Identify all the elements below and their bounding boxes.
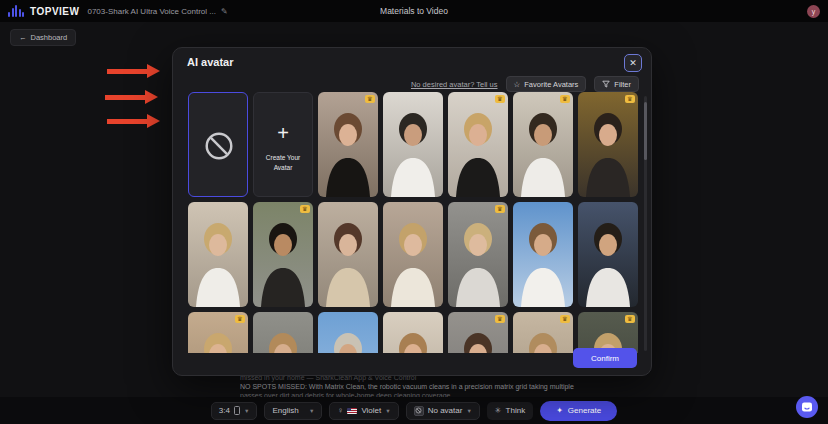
avatar-tile[interactable]: ♛	[253, 202, 313, 307]
ai-avatar-modal: AI avatar ✕ No desired avatar? Tell us ☆…	[172, 47, 652, 376]
confirm-button[interactable]: Confirm	[573, 348, 637, 368]
avatar-grid-viewport: +Create Your Avatar♛♛♛♛♛♛♛♛♛♛	[188, 92, 638, 353]
think-button[interactable]: ✳ Think	[487, 402, 533, 420]
chat-bubble-icon	[801, 401, 813, 413]
dashboard-label: Dashboard	[31, 33, 68, 42]
premium-crown-icon: ♛	[625, 315, 635, 323]
voice-select[interactable]: ♀ Violet ▼	[329, 402, 398, 420]
aspect-ratio-select[interactable]: 3:4 ▼	[211, 402, 258, 420]
avatar-tile[interactable]	[513, 202, 573, 307]
avatar-tile[interactable]	[188, 202, 248, 307]
language-select[interactable]: English ▼	[264, 402, 322, 420]
avatar-select[interactable]: No avatar ▼	[406, 402, 480, 420]
premium-crown-icon: ♛	[495, 95, 505, 103]
premium-crown-icon: ♛	[560, 95, 570, 103]
portrait-ratio-icon	[234, 406, 240, 415]
person-photo	[578, 202, 638, 307]
person-photo	[383, 202, 443, 307]
plus-icon: +	[254, 123, 312, 143]
create-avatar-tile[interactable]: +Create Your Avatar	[253, 92, 313, 197]
composer-bar: 3:4 ▼ English ▼ ♀ Violet ▼ No avatar ▼ ✳…	[0, 397, 828, 424]
close-icon: ✕	[629, 58, 637, 68]
premium-crown-icon: ♛	[495, 205, 505, 213]
person-photo	[383, 312, 443, 353]
favorite-avatars-button[interactable]: ☆ Favorite Avatars	[506, 76, 587, 92]
premium-crown-icon: ♛	[625, 95, 635, 103]
avatar-tile[interactable]	[253, 312, 313, 353]
person-photo	[578, 92, 638, 197]
avatar-value: No avatar	[428, 406, 463, 415]
chevron-down-icon: ▼	[309, 408, 314, 414]
person-photo	[383, 92, 443, 197]
avatar-tile[interactable]: ♛	[448, 202, 508, 307]
top-bar: TOPVIEW 0703-Shark AI Ultra Voice Contro…	[0, 0, 828, 22]
person-photo	[253, 202, 313, 307]
avatar-tile[interactable]: ♛	[448, 312, 508, 353]
chevron-down-icon: ▼	[466, 408, 471, 414]
avatar-tile[interactable]: ♛	[578, 92, 638, 197]
person-photo	[188, 202, 248, 307]
generate-button[interactable]: ✦ Generate	[540, 401, 617, 421]
avatar-tile[interactable]	[578, 202, 638, 307]
person-photo	[318, 312, 378, 353]
no-avatar-tile[interactable]	[188, 92, 248, 197]
chat-launcher-button[interactable]	[796, 396, 818, 418]
sparkle-icon: ✦	[556, 406, 563, 415]
avatar-tile[interactable]	[383, 312, 443, 353]
female-icon: ♀	[337, 406, 343, 415]
modal-title: AI avatar	[187, 56, 233, 68]
premium-crown-icon: ♛	[300, 205, 310, 213]
app: TOPVIEW 0703-Shark AI Ultra Voice Contro…	[0, 0, 828, 424]
modal-scrollbar-track[interactable]	[644, 96, 647, 351]
avatar-grid: +Create Your Avatar♛♛♛♛♛♛♛♛♛♛	[188, 92, 638, 353]
person-photo	[448, 202, 508, 307]
chevron-down-icon: ▼	[244, 408, 249, 414]
premium-crown-icon: ♛	[365, 95, 375, 103]
person-photo	[513, 202, 573, 307]
think-icon: ✳	[495, 406, 502, 415]
star-icon: ☆	[514, 80, 521, 89]
person-photo	[318, 92, 378, 197]
think-label: Think	[506, 406, 526, 415]
filter-button[interactable]: Filter	[594, 76, 639, 92]
funnel-icon	[602, 80, 610, 88]
avatar-tile[interactable]	[383, 92, 443, 197]
language-value: English	[272, 406, 298, 415]
person-photo	[448, 92, 508, 197]
avatar-tile[interactable]: ♛	[578, 312, 638, 353]
premium-crown-icon: ♛	[495, 315, 505, 323]
avatar-tile[interactable]: ♛	[513, 312, 573, 353]
avatar-tile[interactable]	[318, 312, 378, 353]
annotation-arrow-1	[107, 69, 147, 74]
aspect-ratio-value: 3:4	[219, 406, 230, 415]
modal-scrollbar-thumb[interactable]	[644, 102, 647, 160]
us-flag-icon	[347, 408, 357, 414]
user-avatar[interactable]: y	[807, 5, 820, 18]
confirm-label: Confirm	[591, 354, 619, 363]
back-arrow-icon: ←	[19, 33, 27, 42]
no-avatar-icon	[414, 406, 424, 416]
favorite-avatars-label: Favorite Avatars	[524, 80, 578, 89]
person-photo	[513, 92, 573, 197]
generate-label: Generate	[568, 406, 601, 415]
avatar-tile[interactable]: ♛	[318, 92, 378, 197]
premium-crown-icon: ♛	[235, 315, 245, 323]
premium-crown-icon: ♛	[560, 315, 570, 323]
avatar-tile[interactable]: ♛	[188, 312, 248, 353]
dashboard-back-button[interactable]: ← Dashboard	[10, 29, 76, 46]
modal-toolbar: No desired avatar? Tell us ☆ Favorite Av…	[411, 76, 639, 92]
avatar-tile[interactable]: ♛	[448, 92, 508, 197]
prohibition-icon	[202, 129, 236, 163]
person-photo	[318, 202, 378, 307]
person-photo	[253, 312, 313, 353]
filter-label: Filter	[614, 80, 631, 89]
create-avatar-label: Create Your Avatar	[261, 153, 305, 173]
page-title: Materials to Video	[0, 6, 828, 16]
tell-us-link[interactable]: No desired avatar? Tell us	[411, 80, 498, 89]
close-button[interactable]: ✕	[624, 54, 642, 72]
avatar-tile[interactable]	[383, 202, 443, 307]
avatar-tile[interactable]	[318, 202, 378, 307]
script-text-panel: missed in your home — SharkClean App & V…	[240, 373, 640, 400]
script-line: NO SPOTS MISSED: With Matrix Clean, the …	[240, 382, 640, 391]
avatar-tile[interactable]: ♛	[513, 92, 573, 197]
